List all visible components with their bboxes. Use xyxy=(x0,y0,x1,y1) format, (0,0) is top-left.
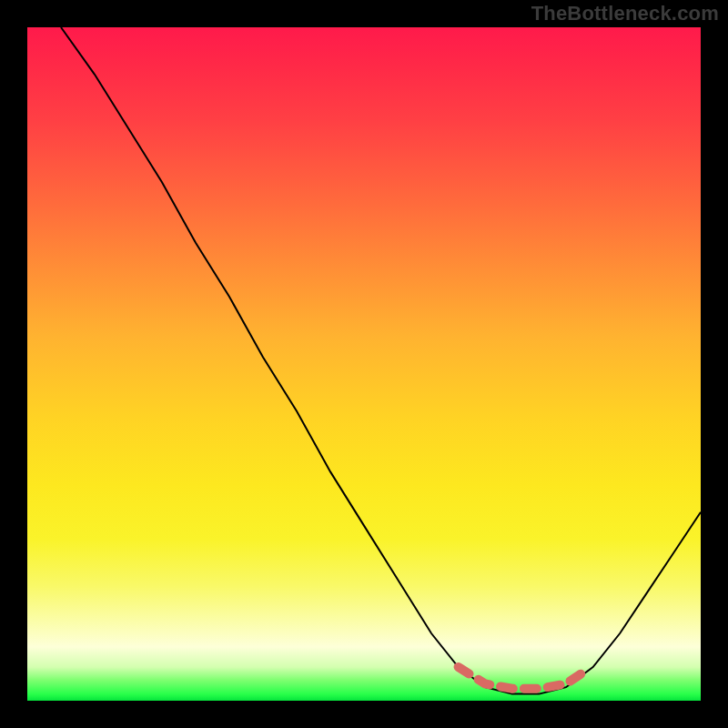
watermark-text: TheBottleneck.com xyxy=(531,2,719,25)
plot-area xyxy=(27,27,701,701)
chart-frame: TheBottleneck.com xyxy=(0,0,728,728)
chart-svg xyxy=(27,27,701,701)
bottleneck-curve xyxy=(61,27,701,694)
